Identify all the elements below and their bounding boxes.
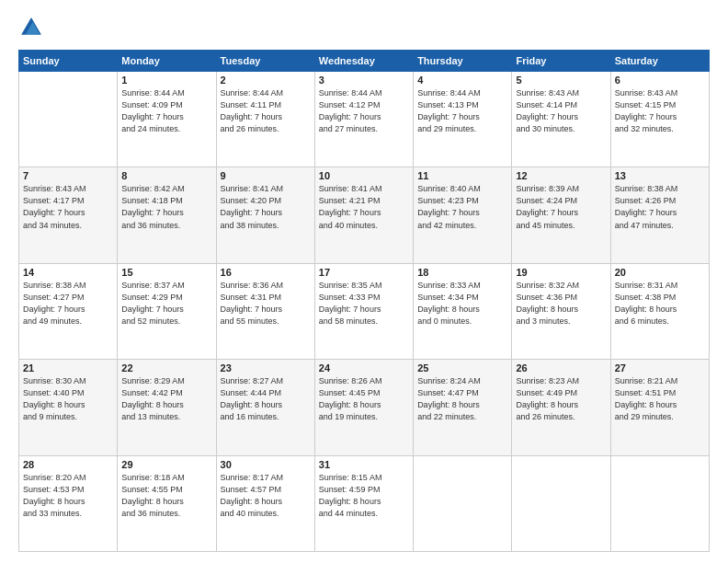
weekday-header-sunday: Sunday bbox=[19, 51, 118, 72]
day-info: Sunrise: 8:43 AM Sunset: 4:14 PM Dayligh… bbox=[516, 87, 606, 135]
calendar-cell: 15Sunrise: 8:37 AM Sunset: 4:29 PM Dayli… bbox=[118, 263, 216, 359]
calendar-cell: 25Sunrise: 8:24 AM Sunset: 4:47 PM Dayli… bbox=[414, 360, 512, 455]
calendar-cell: 6Sunrise: 8:43 AM Sunset: 4:15 PM Daylig… bbox=[610, 72, 709, 167]
header bbox=[18, 15, 710, 40]
calendar-cell: 2Sunrise: 8:44 AM Sunset: 4:11 PM Daylig… bbox=[216, 72, 314, 167]
day-number: 25 bbox=[417, 362, 507, 373]
day-number: 24 bbox=[319, 362, 409, 373]
calendar-cell bbox=[610, 455, 709, 551]
day-info: Sunrise: 8:23 AM Sunset: 4:49 PM Dayligh… bbox=[516, 375, 606, 423]
day-info: Sunrise: 8:18 AM Sunset: 4:55 PM Dayligh… bbox=[121, 472, 211, 520]
day-info: Sunrise: 8:30 AM Sunset: 4:40 PM Dayligh… bbox=[23, 375, 113, 423]
day-info: Sunrise: 8:41 AM Sunset: 4:20 PM Dayligh… bbox=[221, 183, 311, 231]
day-info: Sunrise: 8:20 AM Sunset: 4:53 PM Dayligh… bbox=[23, 472, 113, 520]
weekday-header-tuesday: Tuesday bbox=[216, 51, 314, 72]
day-number: 9 bbox=[221, 170, 311, 181]
day-info: Sunrise: 8:42 AM Sunset: 4:18 PM Dayligh… bbox=[121, 183, 211, 231]
calendar-cell: 23Sunrise: 8:27 AM Sunset: 4:44 PM Dayli… bbox=[216, 360, 314, 455]
calendar-cell: 28Sunrise: 8:20 AM Sunset: 4:53 PM Dayli… bbox=[19, 455, 118, 551]
calendar-cell: 14Sunrise: 8:38 AM Sunset: 4:27 PM Dayli… bbox=[19, 263, 118, 359]
day-number: 8 bbox=[121, 170, 211, 181]
day-number: 5 bbox=[516, 75, 606, 86]
day-info: Sunrise: 8:31 AM Sunset: 4:38 PM Dayligh… bbox=[615, 280, 705, 327]
day-number: 14 bbox=[23, 267, 113, 278]
calendar-cell: 4Sunrise: 8:44 AM Sunset: 4:13 PM Daylig… bbox=[414, 72, 512, 167]
day-info: Sunrise: 8:38 AM Sunset: 4:26 PM Dayligh… bbox=[615, 183, 705, 231]
weekday-header-saturday: Saturday bbox=[610, 51, 709, 72]
weekday-header-thursday: Thursday bbox=[414, 51, 512, 72]
calendar-cell: 21Sunrise: 8:30 AM Sunset: 4:40 PM Dayli… bbox=[19, 360, 118, 455]
weekday-header-row: SundayMondayTuesdayWednesdayThursdayFrid… bbox=[19, 51, 710, 72]
day-info: Sunrise: 8:44 AM Sunset: 4:12 PM Dayligh… bbox=[319, 87, 409, 135]
day-number: 3 bbox=[319, 75, 409, 86]
day-number: 2 bbox=[221, 75, 311, 86]
week-row-4: 21Sunrise: 8:30 AM Sunset: 4:40 PM Dayli… bbox=[19, 360, 710, 455]
day-info: Sunrise: 8:41 AM Sunset: 4:21 PM Dayligh… bbox=[319, 183, 409, 231]
week-row-2: 7Sunrise: 8:43 AM Sunset: 4:17 PM Daylig… bbox=[19, 167, 710, 263]
calendar-cell: 11Sunrise: 8:40 AM Sunset: 4:23 PM Dayli… bbox=[414, 167, 512, 263]
calendar-cell: 10Sunrise: 8:41 AM Sunset: 4:21 PM Dayli… bbox=[314, 167, 413, 263]
day-number: 19 bbox=[516, 267, 606, 278]
day-number: 31 bbox=[319, 459, 409, 470]
day-info: Sunrise: 8:27 AM Sunset: 4:44 PM Dayligh… bbox=[221, 375, 311, 423]
calendar-cell: 12Sunrise: 8:39 AM Sunset: 4:24 PM Dayli… bbox=[512, 167, 610, 263]
day-number: 13 bbox=[615, 170, 705, 181]
day-info: Sunrise: 8:24 AM Sunset: 4:47 PM Dayligh… bbox=[417, 375, 507, 423]
day-info: Sunrise: 8:44 AM Sunset: 4:13 PM Dayligh… bbox=[417, 87, 507, 135]
day-number: 12 bbox=[516, 170, 606, 181]
day-number: 21 bbox=[23, 362, 113, 373]
day-number: 18 bbox=[417, 267, 507, 278]
day-number: 20 bbox=[615, 267, 705, 278]
logo-icon bbox=[18, 15, 44, 40]
day-number: 11 bbox=[417, 170, 507, 181]
calendar-cell: 27Sunrise: 8:21 AM Sunset: 4:51 PM Dayli… bbox=[610, 360, 709, 455]
day-info: Sunrise: 8:43 AM Sunset: 4:15 PM Dayligh… bbox=[615, 87, 705, 135]
day-info: Sunrise: 8:32 AM Sunset: 4:36 PM Dayligh… bbox=[516, 280, 606, 327]
day-info: Sunrise: 8:17 AM Sunset: 4:57 PM Dayligh… bbox=[221, 472, 311, 520]
day-number: 17 bbox=[319, 267, 409, 278]
day-number: 23 bbox=[221, 362, 311, 373]
day-number: 4 bbox=[417, 75, 507, 86]
calendar-cell: 9Sunrise: 8:41 AM Sunset: 4:20 PM Daylig… bbox=[216, 167, 314, 263]
calendar-cell: 3Sunrise: 8:44 AM Sunset: 4:12 PM Daylig… bbox=[314, 72, 413, 167]
calendar-cell: 13Sunrise: 8:38 AM Sunset: 4:26 PM Dayli… bbox=[610, 167, 709, 263]
day-info: Sunrise: 8:29 AM Sunset: 4:42 PM Dayligh… bbox=[121, 375, 211, 423]
calendar-cell: 30Sunrise: 8:17 AM Sunset: 4:57 PM Dayli… bbox=[216, 455, 314, 551]
calendar-cell: 17Sunrise: 8:35 AM Sunset: 4:33 PM Dayli… bbox=[314, 263, 413, 359]
week-row-5: 28Sunrise: 8:20 AM Sunset: 4:53 PM Dayli… bbox=[19, 455, 710, 551]
day-number: 10 bbox=[319, 170, 409, 181]
calendar-cell: 26Sunrise: 8:23 AM Sunset: 4:49 PM Dayli… bbox=[512, 360, 610, 455]
calendar-cell bbox=[414, 455, 512, 551]
calendar-cell: 18Sunrise: 8:33 AM Sunset: 4:34 PM Dayli… bbox=[414, 263, 512, 359]
day-number: 16 bbox=[221, 267, 311, 278]
day-number: 6 bbox=[615, 75, 705, 86]
day-info: Sunrise: 8:35 AM Sunset: 4:33 PM Dayligh… bbox=[319, 280, 409, 327]
day-info: Sunrise: 8:33 AM Sunset: 4:34 PM Dayligh… bbox=[417, 280, 507, 327]
day-info: Sunrise: 8:40 AM Sunset: 4:23 PM Dayligh… bbox=[417, 183, 507, 231]
weekday-header-friday: Friday bbox=[512, 51, 610, 72]
calendar-table: SundayMondayTuesdayWednesdayThursdayFrid… bbox=[18, 50, 710, 552]
calendar-cell: 1Sunrise: 8:44 AM Sunset: 4:09 PM Daylig… bbox=[118, 72, 216, 167]
day-info: Sunrise: 8:36 AM Sunset: 4:31 PM Dayligh… bbox=[221, 280, 311, 327]
day-info: Sunrise: 8:38 AM Sunset: 4:27 PM Dayligh… bbox=[23, 280, 113, 327]
calendar-cell bbox=[512, 455, 610, 551]
day-number: 7 bbox=[23, 170, 113, 181]
day-number: 29 bbox=[121, 459, 211, 470]
day-info: Sunrise: 8:43 AM Sunset: 4:17 PM Dayligh… bbox=[23, 183, 113, 231]
day-info: Sunrise: 8:44 AM Sunset: 4:09 PM Dayligh… bbox=[121, 87, 211, 135]
day-number: 30 bbox=[221, 459, 311, 470]
logo bbox=[18, 15, 48, 40]
day-number: 26 bbox=[516, 362, 606, 373]
calendar-cell bbox=[19, 72, 118, 167]
calendar-cell: 22Sunrise: 8:29 AM Sunset: 4:42 PM Dayli… bbox=[118, 360, 216, 455]
calendar-cell: 5Sunrise: 8:43 AM Sunset: 4:14 PM Daylig… bbox=[512, 72, 610, 167]
week-row-1: 1Sunrise: 8:44 AM Sunset: 4:09 PM Daylig… bbox=[19, 72, 710, 167]
day-number: 1 bbox=[121, 75, 211, 86]
calendar-cell: 29Sunrise: 8:18 AM Sunset: 4:55 PM Dayli… bbox=[118, 455, 216, 551]
calendar-cell: 19Sunrise: 8:32 AM Sunset: 4:36 PM Dayli… bbox=[512, 263, 610, 359]
day-info: Sunrise: 8:37 AM Sunset: 4:29 PM Dayligh… bbox=[121, 280, 211, 327]
day-number: 22 bbox=[121, 362, 211, 373]
day-number: 27 bbox=[615, 362, 705, 373]
day-info: Sunrise: 8:26 AM Sunset: 4:45 PM Dayligh… bbox=[319, 375, 409, 423]
calendar-cell: 16Sunrise: 8:36 AM Sunset: 4:31 PM Dayli… bbox=[216, 263, 314, 359]
